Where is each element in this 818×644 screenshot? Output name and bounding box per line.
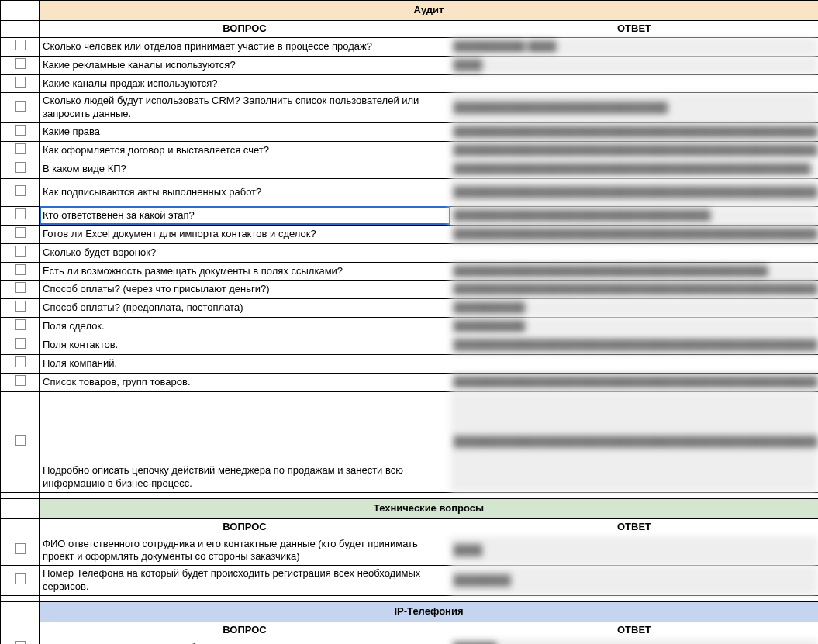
question-cell[interactable]: Как оформляется договор и выставляется с…	[40, 142, 450, 160]
checkbox-cell[interactable]	[1, 391, 40, 492]
question-cell[interactable]: Способ оплаты? (через что присылают день…	[40, 281, 450, 299]
checkbox-cell[interactable]	[1, 373, 40, 391]
checkbox-icon[interactable]	[15, 77, 26, 88]
question-cell[interactable]: Номер Телефона на который будет происход…	[40, 566, 450, 596]
answer-cell[interactable]: ████	[450, 56, 819, 74]
checkbox-icon[interactable]	[15, 58, 26, 69]
answer-cell[interactable]: ████████████████████████████████████	[450, 206, 819, 225]
checkbox-cell[interactable]	[1, 74, 40, 93]
answer-cell[interactable]: ██████████	[450, 299, 819, 318]
checkbox-icon[interactable]	[15, 375, 26, 386]
checkbox-cell[interactable]	[1, 225, 40, 243]
question-cell[interactable]: Кто ответственен за какой этап?	[40, 206, 450, 225]
checkbox-icon[interactable]	[15, 208, 26, 219]
checkbox-cell[interactable]	[1, 160, 40, 179]
checkbox-icon[interactable]	[15, 356, 26, 367]
checkbox-cell[interactable]	[1, 566, 40, 596]
checkbox-icon[interactable]	[15, 282, 26, 293]
checkbox-icon[interactable]	[15, 246, 26, 257]
answer-cell[interactable]	[450, 74, 819, 93]
answer-cell[interactable]: ██████	[450, 639, 819, 644]
answer-cell[interactable]: ████████████████████████████████████████…	[450, 178, 819, 206]
question-cell[interactable]: ФИО ответственного сотрудника и его конт…	[40, 536, 450, 566]
answer-cell[interactable]: ████████████████████████████████████████…	[450, 373, 819, 391]
answer-cell[interactable]: ████████████████████████████████████████…	[450, 123, 819, 142]
checkbox-icon[interactable]	[15, 543, 26, 554]
checkbox-cell[interactable]	[1, 281, 40, 299]
answer-cell[interactable]: ████████████████████████████████████████…	[450, 142, 819, 160]
checkbox-cell[interactable]	[1, 318, 40, 336]
answer-cell[interactable]: ██████████████████████████████	[450, 93, 819, 123]
checkbox-icon[interactable]	[15, 143, 26, 154]
question-cell[interactable]: Сколько людей будут использовать CRM? За…	[40, 93, 450, 123]
table-row: Какие рекламные каналы используются?████	[1, 56, 819, 74]
answer-cell[interactable]	[450, 243, 819, 262]
answer-cell[interactable]: ██████████ ████	[450, 37, 819, 56]
colhead-check	[1, 518, 40, 536]
question-cell[interactable]: Какие рекламные каналы используются?	[40, 56, 450, 74]
checkbox-icon[interactable]	[15, 101, 26, 112]
checkbox-cell[interactable]	[1, 206, 40, 225]
table-row: Какие каналы продаж используются?	[1, 74, 819, 93]
table-row: Способ оплаты? (через что присылают день…	[1, 281, 819, 299]
checkbox-icon[interactable]	[15, 641, 26, 644]
checkbox-icon[interactable]	[15, 162, 26, 173]
checkbox-cell[interactable]	[1, 243, 40, 262]
question-cell[interactable]: Есть ли возможность размещать документы …	[40, 262, 450, 281]
spacer	[40, 596, 819, 602]
checkbox-icon[interactable]	[15, 125, 26, 136]
answer-cell[interactable]: ████████████████████████████████████████…	[450, 225, 819, 243]
checkbox-cell[interactable]	[1, 123, 40, 142]
question-cell[interactable]: Сколько будет воронок?	[40, 243, 450, 262]
question-cell[interactable]: Сколько виртуальных номеров будет размещ…	[40, 639, 450, 644]
answer-cell[interactable]: ████████████████████████████████████████…	[450, 160, 819, 179]
question-cell[interactable]: Список товаров, групп товаров.	[40, 373, 450, 391]
checkbox-cell[interactable]	[1, 639, 40, 644]
question-cell[interactable]: Готов ли Excel документ для импорта конт…	[40, 225, 450, 243]
answer-cell[interactable]: ████████	[450, 566, 819, 596]
checkbox-cell[interactable]	[1, 336, 40, 355]
checkbox-cell[interactable]	[1, 536, 40, 566]
question-cell[interactable]: Сколько человек или отделов принимает уч…	[40, 37, 450, 56]
checkbox-icon[interactable]	[15, 40, 26, 50]
question-cell[interactable]: Какие права	[40, 123, 450, 142]
question-cell[interactable]: Способ оплаты? (предоплата, постоплата)	[40, 299, 450, 318]
table-row: ФИО ответственного сотрудника и его конт…	[1, 536, 819, 566]
checkbox-icon[interactable]	[15, 301, 26, 312]
checkbox-icon[interactable]	[15, 338, 26, 349]
checkbox-cell[interactable]	[1, 37, 40, 56]
answer-cell[interactable]: ████████████████████████████████████████…	[450, 336, 819, 355]
spacer	[1, 492, 40, 498]
answer-cell[interactable]: ██████████	[450, 318, 819, 336]
question-cell[interactable]: Как подписываются акты выполненных работ…	[40, 178, 450, 206]
table-row: Сколько человек или отделов принимает уч…	[1, 37, 819, 56]
checkbox-cell[interactable]	[1, 299, 40, 318]
answer-cell[interactable]	[450, 355, 819, 374]
checkbox-cell[interactable]	[1, 93, 40, 123]
checkbox-cell[interactable]	[1, 142, 40, 160]
table-row: Поля сделок.██████████	[1, 318, 819, 336]
checkbox-icon[interactable]	[15, 573, 26, 584]
checkbox-icon[interactable]	[15, 435, 26, 446]
answer-cell[interactable]: ████████████████████████████████████████…	[450, 391, 819, 492]
checkbox-cell[interactable]	[1, 56, 40, 74]
checkbox-cell[interactable]	[1, 178, 40, 206]
checkbox-cell[interactable]	[1, 262, 40, 281]
table-row: Как подписываются акты выполненных работ…	[1, 178, 819, 206]
answer-cell[interactable]: ████████████████████████████████████████…	[450, 281, 819, 299]
question-cell[interactable]: Поля контактов.	[40, 336, 450, 355]
question-cell[interactable]: Поля компаний.	[40, 355, 450, 374]
section-header: IP-Телефония	[40, 602, 819, 622]
question-cell[interactable]: Поля сделок.	[40, 318, 450, 336]
answer-cell[interactable]: ████	[450, 536, 819, 566]
answer-cell[interactable]: ████████████████████████████████████████…	[450, 262, 819, 281]
checkbox-cell[interactable]	[1, 355, 40, 374]
question-cell[interactable]: В каком виде КП?	[40, 160, 450, 179]
question-cell[interactable]: Подробно описать цепочку действий менедж…	[40, 391, 450, 492]
checkbox-icon[interactable]	[15, 319, 26, 330]
table-row: Сколько будет воронок?	[1, 243, 819, 262]
checkbox-icon[interactable]	[15, 185, 26, 196]
checkbox-icon[interactable]	[15, 264, 26, 275]
question-cell[interactable]: Какие каналы продаж используются?	[40, 74, 450, 93]
checkbox-icon[interactable]	[15, 227, 26, 238]
